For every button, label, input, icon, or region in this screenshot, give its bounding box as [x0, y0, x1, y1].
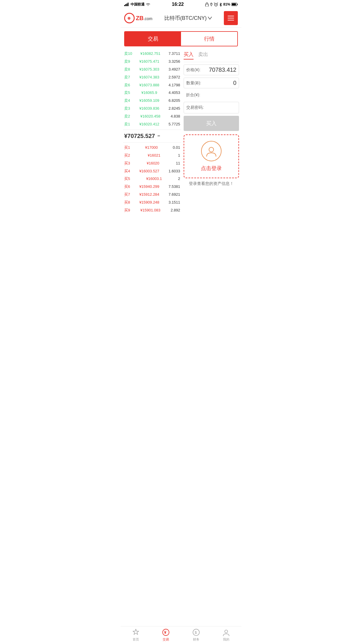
- buy-price: ¥16003.1: [146, 176, 162, 181]
- sell-label: 卖4: [124, 98, 130, 103]
- buy-label: 买2: [124, 153, 130, 158]
- sell-label: 卖7: [124, 75, 130, 80]
- menu-line-3: [228, 20, 234, 20]
- buy-order-row[interactable]: 买9 ¥15901.083 2.892: [123, 206, 181, 214]
- buy-label: 买4: [124, 169, 130, 174]
- user-avatar-circle: [201, 141, 222, 161]
- tab-sell[interactable]: 卖出: [198, 51, 208, 60]
- sell-label: 卖9: [124, 59, 130, 64]
- buy-order-row[interactable]: 买1 ¥17000 0.01: [123, 144, 181, 152]
- password-field[interactable]: 交易密码:: [184, 102, 239, 113]
- sell-order-row[interactable]: 卖1 ¥16020.412 5.7725: [123, 120, 181, 128]
- sell-order-row[interactable]: 卖4 ¥16059.109 6.8205: [123, 97, 181, 105]
- buy-qty: 1: [178, 153, 180, 158]
- trade-panel: 买入 卖出 价格(¥): 70783.412 数量(Ƀ): 0 折合(¥): 交…: [184, 50, 239, 214]
- sell-price: ¥16074.383: [139, 75, 159, 80]
- price-value: 70783.412: [209, 66, 236, 73]
- status-left: 中国联通: [124, 2, 150, 7]
- svg-rect-0: [124, 5, 125, 6]
- tab-market[interactable]: 行情: [181, 32, 237, 46]
- buy-label: 买7: [124, 192, 130, 197]
- login-button[interactable]: 点击登录: [201, 165, 222, 172]
- menu-line-1: [228, 16, 234, 16]
- svg-rect-1: [125, 4, 126, 6]
- sell-order-row[interactable]: 卖7 ¥16074.383 2.5972: [123, 74, 181, 81]
- buy-price: ¥15912.284: [139, 192, 159, 197]
- sell-label: 卖1: [124, 122, 130, 127]
- asset-hint: 登录查看您的资产信息！: [184, 178, 239, 189]
- login-prompt: 点击登录: [184, 134, 239, 178]
- header-title[interactable]: 比特币(BTC/CNY): [164, 15, 212, 22]
- logo-brand: ZB.com: [136, 15, 152, 22]
- svg-rect-12: [237, 4, 238, 5]
- buy-price: ¥16021: [148, 153, 160, 158]
- sell-price: ¥16065.9: [141, 90, 157, 95]
- sell-qty: 4.1798: [168, 83, 180, 88]
- battery-percent: 81%: [223, 2, 230, 6]
- menu-line-2: [228, 18, 234, 18]
- signal-icon: [124, 3, 129, 6]
- location-icon: [210, 2, 213, 6]
- sell-price: ¥16073.888: [139, 83, 159, 88]
- sell-order-row[interactable]: 卖2 ¥16020.458 4.838: [123, 113, 181, 120]
- buy-orders: 买1 ¥17000 0.01 买2 ¥16021 1 买3 ¥16020 11 …: [123, 144, 181, 214]
- sell-qty: 2.5972: [168, 75, 180, 80]
- buy-price: ¥15901.083: [140, 208, 161, 213]
- buy-order-row[interactable]: 买8 ¥15909.248 3.1511: [123, 199, 181, 206]
- sell-qty: 7.3711: [168, 51, 180, 56]
- buy-price: ¥16020: [147, 161, 159, 166]
- sell-order-row[interactable]: 卖10 ¥16082.751 7.3711: [123, 50, 181, 58]
- buy-qty: 7.5381: [168, 184, 180, 189]
- order-book: 卖10 ¥16082.751 7.3711 卖9 ¥16075.471 3.32…: [123, 50, 181, 214]
- sell-orders: 卖10 ¥16082.751 7.3711 卖9 ¥16075.471 3.32…: [123, 50, 181, 128]
- current-price-value: ¥70725.527: [124, 133, 155, 139]
- buy-price: ¥17000: [145, 145, 158, 150]
- sell-label: 卖8: [124, 67, 130, 72]
- buy-button[interactable]: 买入: [184, 116, 239, 131]
- menu-button[interactable]: [224, 11, 238, 25]
- qty-value: 0: [233, 80, 236, 86]
- buy-order-row[interactable]: 买2 ¥16021 1: [123, 152, 181, 160]
- password-label: 交易密码:: [186, 105, 204, 110]
- header: ⊛ ZB.com 比特币(BTC/CNY): [121, 9, 241, 28]
- tab-buy[interactable]: 买入: [184, 51, 194, 60]
- sell-label: 卖3: [124, 106, 130, 111]
- buy-order-row[interactable]: 买3 ¥16020 11: [123, 160, 181, 167]
- buy-order-row[interactable]: 买5 ¥16003.1 2: [123, 175, 181, 183]
- sell-order-row[interactable]: 卖5 ¥16065.9 4.4053: [123, 89, 181, 97]
- qty-field[interactable]: 数量(Ƀ): 0: [184, 78, 239, 88]
- main-tab-bar: 交易 行情: [124, 31, 238, 46]
- price-field[interactable]: 价格(¥): 70783.412: [184, 64, 239, 75]
- sell-label: 卖5: [124, 90, 130, 95]
- price-direction: −: [157, 133, 160, 139]
- sell-order-row[interactable]: 卖3 ¥16039.836 2.8245: [123, 105, 181, 113]
- buy-label: 买8: [124, 200, 130, 205]
- sell-label: 卖10: [124, 51, 132, 56]
- status-bar: 中国联通 16:22: [121, 0, 241, 9]
- sell-label: 卖2: [124, 114, 130, 119]
- logo[interactable]: ⊛ ZB.com: [124, 13, 152, 23]
- sell-order-row[interactable]: 卖8 ¥16075.303 3.4927: [123, 66, 181, 74]
- sell-order-row[interactable]: 卖9 ¥16075.471 3.3256: [123, 58, 181, 66]
- price-label: 价格(¥):: [186, 67, 201, 73]
- alarm-icon: [214, 2, 218, 6]
- tab-trade[interactable]: 交易: [125, 32, 181, 46]
- user-icon: [205, 145, 217, 157]
- sell-price: ¥16059.109: [139, 98, 159, 103]
- svg-rect-13: [232, 4, 236, 6]
- sell-qty: 5.7725: [168, 122, 180, 127]
- total-label: 折合(¥):: [186, 92, 200, 97]
- buy-order-row[interactable]: 买7 ¥15912.284 7.6921: [123, 191, 181, 199]
- buy-sell-tabs: 买入 卖出: [184, 50, 239, 62]
- buy-label: 买6: [124, 184, 130, 189]
- buy-order-row[interactable]: 买6 ¥15940.299 7.5381: [123, 183, 181, 191]
- sell-order-row[interactable]: 卖6 ¥16073.888 4.1798: [123, 81, 181, 89]
- buy-order-row[interactable]: 买4 ¥16003.527 1.6033: [123, 167, 181, 175]
- svg-point-5: [211, 4, 212, 4]
- main-content: 卖10 ¥16082.751 7.3711 卖9 ¥16075.471 3.32…: [121, 50, 241, 214]
- buy-qty: 7.6921: [168, 192, 180, 197]
- sell-price: ¥16082.751: [140, 51, 161, 56]
- sell-qty: 3.4927: [168, 67, 180, 72]
- buy-qty: 1.6033: [168, 169, 180, 174]
- buy-label: 买3: [124, 161, 130, 166]
